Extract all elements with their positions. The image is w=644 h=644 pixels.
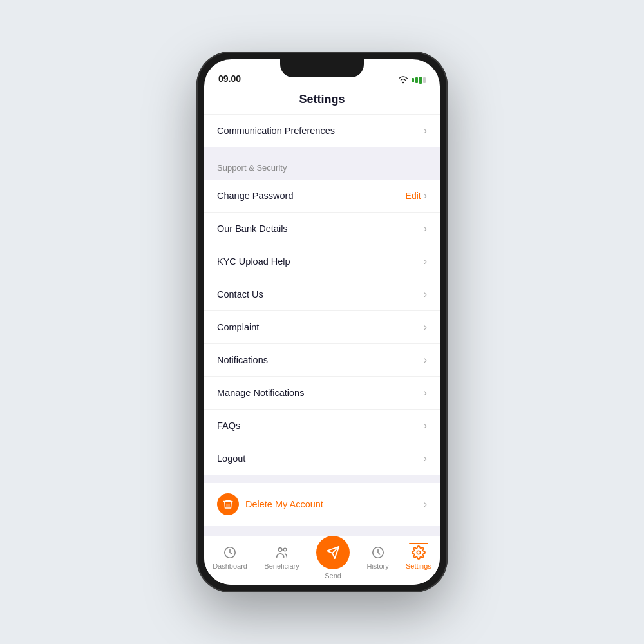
complaint-right: › xyxy=(424,321,427,333)
history-icon xyxy=(371,545,385,560)
logout-item[interactable]: Logout › xyxy=(204,442,440,475)
kyc-upload-right: › xyxy=(424,256,427,267)
communication-preferences-item[interactable]: Communication Preferences › xyxy=(204,115,440,147)
page-title: Settings xyxy=(299,93,345,106)
chevron-right-icon: › xyxy=(424,354,427,366)
nav-history[interactable]: History xyxy=(360,543,395,573)
contact-us-item[interactable]: Contact Us › xyxy=(204,278,440,311)
chevron-right-icon: › xyxy=(424,321,427,333)
delete-account-left: Delete My Account xyxy=(217,493,323,515)
status-icons xyxy=(398,76,426,84)
manage-notifications-item[interactable]: Manage Notifications › xyxy=(204,377,440,410)
chevron-right-icon: › xyxy=(424,223,427,234)
svg-point-1 xyxy=(278,547,282,551)
dashboard-icon xyxy=(223,545,237,560)
nav-dashboard[interactable]: Dashboard xyxy=(206,543,254,573)
settings-content: Communication Preferences › Support & Se… xyxy=(204,115,440,536)
delete-account-label: Delete My Account xyxy=(245,499,323,509)
chevron-right-icon: › xyxy=(424,190,427,202)
change-password-item[interactable]: Change Password Edit › xyxy=(204,180,440,213)
send-icon xyxy=(326,545,340,560)
chevron-right-icon: › xyxy=(424,387,427,399)
bank-details-right: › xyxy=(424,223,427,234)
trash-icon xyxy=(222,498,234,510)
delete-icon-circle xyxy=(217,493,239,515)
chevron-right-icon: › xyxy=(424,498,427,510)
wifi-icon xyxy=(398,76,408,84)
chevron-right-icon: › xyxy=(424,256,427,267)
edit-label[interactable]: Edit xyxy=(406,191,421,201)
complaint-item[interactable]: Complaint › xyxy=(204,311,440,344)
battery-icon xyxy=(412,77,426,84)
chevron-right-icon: › xyxy=(424,420,427,431)
delete-account-item[interactable]: Delete My Account › xyxy=(204,483,440,526)
manage-notifications-label: Manage Notifications xyxy=(217,388,304,398)
faqs-label: FAQs xyxy=(217,421,240,431)
kyc-upload-label: KYC Upload Help xyxy=(217,256,290,267)
bottom-navigation: Dashboard Beneficiary Send xyxy=(204,536,440,585)
phone-notch xyxy=(280,59,364,77)
chevron-right-icon: › xyxy=(424,453,427,464)
notifications-label: Notifications xyxy=(217,355,268,365)
kyc-upload-item[interactable]: KYC Upload Help › xyxy=(204,245,440,278)
support-security-section: Support & Security xyxy=(204,155,440,180)
logout-right: › xyxy=(424,453,427,464)
notifications-right: › xyxy=(424,354,427,366)
notifications-item[interactable]: Notifications › xyxy=(204,344,440,377)
svg-point-2 xyxy=(283,548,287,551)
nav-beneficiary-label: Beneficiary xyxy=(264,562,299,570)
chevron-right-icon: › xyxy=(424,289,427,300)
contact-us-label: Contact Us xyxy=(217,289,263,299)
logout-label: Logout xyxy=(217,453,245,464)
support-security-label: Support & Security xyxy=(217,163,287,173)
faqs-item[interactable]: FAQs › xyxy=(204,410,440,442)
nav-send[interactable]: Send xyxy=(310,533,356,582)
beneficiary-icon xyxy=(275,545,289,560)
section-spacer-1 xyxy=(204,147,440,155)
change-password-right: Edit › xyxy=(406,190,427,202)
chevron-right-icon: › xyxy=(424,125,427,137)
status-time: 09.00 xyxy=(218,73,241,84)
communication-preferences-label: Communication Preferences xyxy=(217,126,335,136)
change-password-label: Change Password xyxy=(217,191,294,201)
nav-dashboard-label: Dashboard xyxy=(213,562,247,570)
nav-settings-label: Settings xyxy=(406,562,431,570)
settings-icon xyxy=(412,545,426,560)
bank-details-label: Our Bank Details xyxy=(217,223,288,234)
contact-us-right: › xyxy=(424,289,427,300)
faqs-right: › xyxy=(424,420,427,431)
nav-beneficiary[interactable]: Beneficiary xyxy=(258,543,305,573)
settings-header: Settings xyxy=(204,88,440,115)
section-spacer-2 xyxy=(204,475,440,483)
phone-frame: 09.00 Settings xyxy=(196,52,448,592)
nav-settings[interactable]: Settings xyxy=(399,543,438,573)
manage-notifications-right: › xyxy=(424,387,427,399)
svg-point-4 xyxy=(417,551,421,554)
bank-details-item[interactable]: Our Bank Details › xyxy=(204,213,440,245)
communication-preferences-right: › xyxy=(424,125,427,137)
phone-screen: 09.00 Settings xyxy=(204,59,440,585)
nav-history-label: History xyxy=(366,562,388,570)
complaint-label: Complaint xyxy=(217,322,259,332)
nav-send-label: Send xyxy=(325,572,341,580)
send-button[interactable] xyxy=(316,536,350,569)
